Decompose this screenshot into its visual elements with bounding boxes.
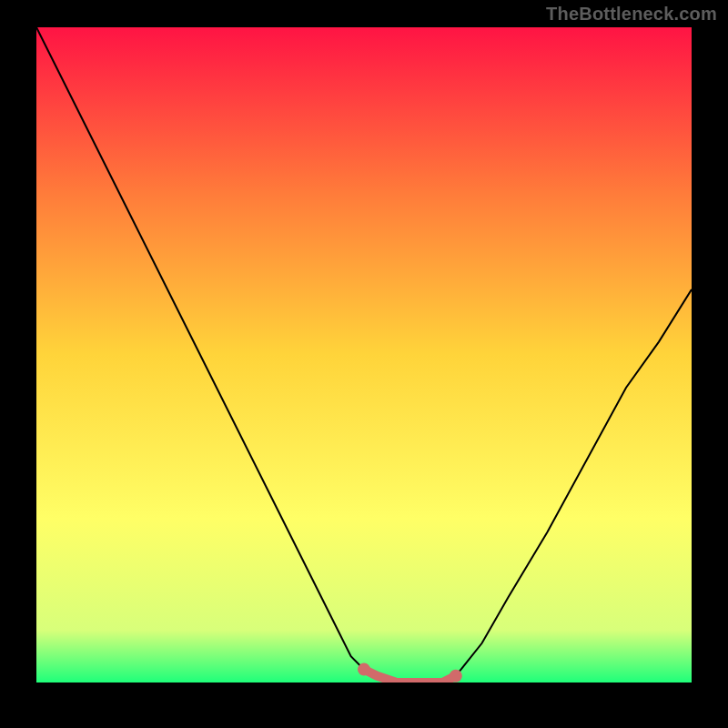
- gradient-background: [36, 27, 692, 682]
- watermark-text: TheBottleneck.com: [546, 4, 717, 25]
- plot-frame: [36, 27, 692, 682]
- highlight-end-dot: [450, 670, 462, 682]
- highlight-end-dot: [358, 663, 370, 676]
- plot-svg: [36, 27, 692, 682]
